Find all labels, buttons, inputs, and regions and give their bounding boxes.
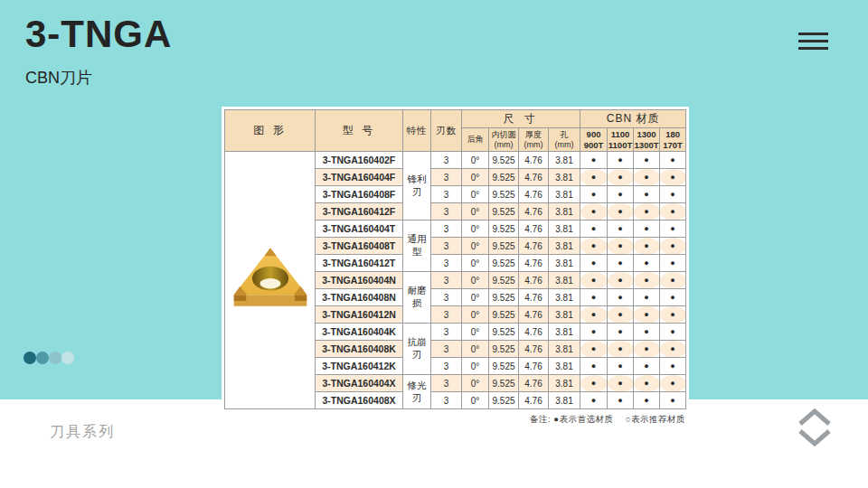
- pagination-dot-2[interactable]: [36, 352, 49, 364]
- edges-cell: 3: [431, 392, 462, 409]
- cbn-dot-cell: ●: [608, 392, 634, 409]
- cbn-dot-cell: ●: [580, 272, 608, 289]
- feature-cell: 耐磨损: [403, 272, 431, 324]
- cbn-dot-cell: ●: [580, 375, 608, 392]
- cbn-dot-cell: ●: [608, 203, 634, 221]
- rear-angle-cell: 0°: [462, 221, 489, 238]
- hole-cell: 3.81: [549, 392, 580, 409]
- rear-angle-cell: 0°: [462, 341, 489, 358]
- table-body: 3-TNGA160402F锋利刃30°9.5254.763.81●●●●3-TN…: [225, 152, 686, 409]
- cbn-dot-cell: ●: [634, 375, 660, 392]
- edges-cell: 3: [431, 306, 462, 324]
- header-cbn-180: 180 170T: [660, 128, 686, 152]
- chevron-up-icon[interactable]: [797, 408, 832, 427]
- inscribed-circle-cell: 9.525: [489, 375, 519, 392]
- edges-cell: 3: [431, 324, 462, 341]
- chevron-down-icon[interactable]: [797, 428, 832, 446]
- rear-angle-cell: 0°: [462, 272, 489, 289]
- thickness-cell: 4.76: [519, 238, 549, 255]
- cbn-dot-cell: ●: [580, 169, 608, 186]
- inscribed-circle-cell: 9.525: [489, 324, 519, 341]
- inscribed-circle-cell: 9.525: [489, 203, 519, 221]
- thickness-cell: 4.76: [519, 169, 549, 186]
- inscribed-circle-cell: 9.525: [489, 221, 519, 238]
- cbn-dot-cell: ●: [634, 221, 660, 238]
- thickness-cell: 4.76: [519, 289, 549, 306]
- spec-table: 图 形 型 号 特性 刃数 尺 寸 CBN 材质 后角 内切圆 (mm) 厚度 …: [224, 109, 686, 409]
- feature-cell: 抗崩刃: [403, 324, 431, 375]
- thickness-cell: 4.76: [519, 255, 549, 272]
- page-subtitle: CBN刀片: [25, 67, 92, 89]
- cbn-dot-cell: ●: [660, 203, 686, 221]
- cbn-dot-cell: ●: [608, 358, 634, 375]
- thickness-cell: 4.76: [519, 392, 549, 409]
- cbn-dot-cell: ●: [608, 255, 634, 272]
- inscribed-circle-cell: 9.525: [489, 186, 519, 203]
- cbn-dot-cell: ●: [608, 375, 634, 392]
- cbn-dot-cell: ●: [634, 203, 660, 221]
- edges-cell: 3: [431, 169, 462, 186]
- table-note: 备注: ●表示首选材质 ○表示推荐材质: [224, 414, 685, 426]
- cbn-dot-cell: ●: [634, 169, 660, 186]
- cbn-dot-cell: ●: [580, 392, 608, 409]
- cbn-dot-cell: ●: [634, 255, 660, 272]
- rear-angle-cell: 0°: [462, 392, 489, 409]
- cbn-dot-cell: ●: [608, 324, 634, 341]
- thickness-cell: 4.76: [519, 306, 549, 324]
- hole-cell: 3.81: [549, 169, 580, 186]
- menu-bar: [798, 33, 828, 35]
- cbn-dot-cell: ●: [608, 238, 634, 255]
- cbn-dot-cell: ●: [634, 238, 660, 255]
- inscribed-circle-cell: 9.525: [489, 358, 519, 375]
- cbn-dot-cell: ●: [634, 306, 660, 324]
- pagination-dot-3[interactable]: [49, 352, 61, 364]
- cbn-dot-cell: ●: [608, 289, 634, 306]
- menu-bar: [798, 47, 828, 50]
- feature-cell: 通用型: [403, 221, 431, 272]
- header-hole: 孔 (mm): [549, 128, 580, 152]
- page-title: 3-TNGA: [25, 13, 172, 56]
- cbn-dot-cell: ●: [634, 324, 660, 341]
- pagination-dot-1[interactable]: [24, 352, 36, 364]
- edges-cell: 3: [431, 152, 462, 169]
- rear-angle-cell: 0°: [462, 306, 489, 324]
- cbn-dot-cell: ●: [580, 255, 608, 272]
- header-dimensions: 尺 寸: [462, 110, 580, 128]
- header-rear-angle: 后角: [462, 128, 489, 152]
- rear-angle-cell: 0°: [462, 152, 489, 169]
- thickness-cell: 4.76: [519, 186, 549, 203]
- model-cell: 3-TNGA160404F: [316, 169, 403, 186]
- model-cell: 3-TNGA160408K: [316, 341, 403, 358]
- header-cbn-900: 900 900T: [580, 128, 608, 152]
- cbn-dot-cell: ●: [634, 341, 660, 358]
- cbn-dot-cell: ●: [580, 289, 608, 306]
- edges-cell: 3: [431, 203, 462, 221]
- model-cell: 3-TNGA160412F: [316, 203, 403, 221]
- feature-cell: 修光刃: [403, 375, 431, 409]
- cbn-dot-cell: ●: [660, 169, 686, 186]
- hole-cell: 3.81: [549, 375, 580, 392]
- hole-cell: 3.81: [549, 186, 580, 203]
- cbn-dot-cell: ●: [580, 324, 608, 341]
- series-label: 刀具系列: [50, 423, 115, 442]
- inscribed-circle-cell: 9.525: [489, 272, 519, 289]
- model-cell: 3-TNGA160408F: [316, 186, 403, 203]
- model-cell: 3-TNGA160412K: [316, 358, 403, 375]
- hole-cell: 3.81: [549, 324, 580, 341]
- inscribed-circle-cell: 9.525: [489, 289, 519, 306]
- menu-icon[interactable]: [798, 33, 828, 50]
- table-row: 3-TNGA160402F锋利刃30°9.5254.763.81●●●●: [225, 152, 686, 169]
- hole-cell: 3.81: [549, 358, 580, 375]
- cbn-dot-cell: ●: [580, 221, 608, 238]
- insert-illustration: [229, 245, 312, 314]
- pagination-dot-4[interactable]: [61, 352, 74, 364]
- hole-cell: 3.81: [549, 255, 580, 272]
- header-model: 型 号: [316, 110, 403, 152]
- cbn-dot-cell: ●: [580, 306, 608, 324]
- rear-angle-cell: 0°: [462, 203, 489, 221]
- cbn-dot-cell: ●: [634, 186, 660, 203]
- header-edges: 刃数: [431, 110, 462, 152]
- menu-bar: [798, 40, 828, 42]
- model-cell: 3-TNGA160404N: [316, 272, 403, 289]
- hole-cell: 3.81: [549, 306, 580, 324]
